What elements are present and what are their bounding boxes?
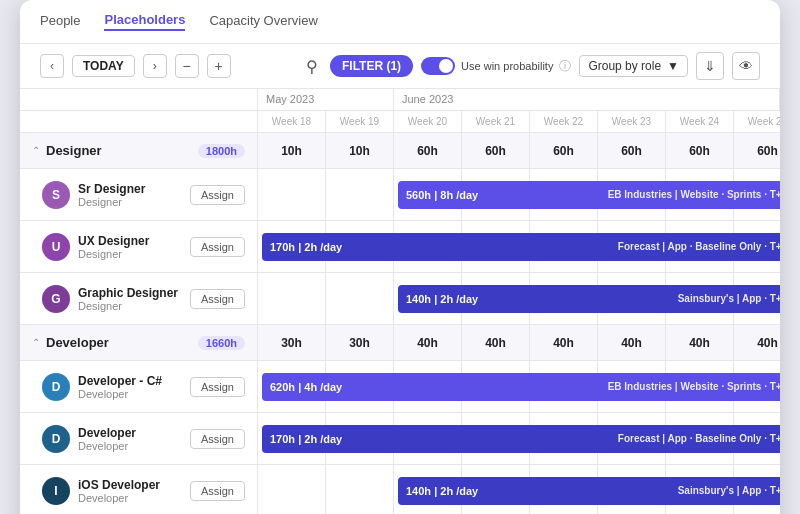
dev-week-19-hours: 30h [326, 325, 394, 360]
gantt-cells-graphic-designer: 140h | 2h /day Sainsbury's | App · T+M [258, 273, 780, 324]
person-ios-developer: I iOS Developer Developer Assign [20, 465, 257, 514]
tab-placeholders[interactable]: Placeholders [104, 12, 185, 31]
avatar-dev-csharp: D [42, 373, 70, 401]
next-btn[interactable]: › [143, 54, 167, 78]
app-container: People Placeholders Capacity Overview ‹ … [20, 0, 780, 514]
toggle-label: Use win probability [461, 60, 553, 72]
eye-icon-btn[interactable]: 👁 [732, 52, 760, 80]
role-developer: Developer [78, 440, 182, 452]
gantt-cells-ios-developer: 140h | 2h /day Sainsbury's | App · T+M [258, 465, 780, 514]
bar-ios-developer[interactable]: 140h | 2h /day Sainsbury's | App · T+M [398, 477, 780, 505]
month-june: June 2023 [394, 89, 780, 110]
dev-week-25-hours: 40h [734, 325, 780, 360]
group-developer-hours: 1660h [198, 336, 245, 350]
week-19: Week 19 [326, 111, 394, 132]
name-ux-designer: UX Designer [78, 234, 182, 248]
gantt-cells-ux-designer: 170h | 2h /day Forecast | App · Baseline… [258, 221, 780, 272]
dev-week-22-hours: 40h [530, 325, 598, 360]
filter-button[interactable]: FILTER (1) [330, 55, 413, 77]
gantt-cells-sr-designer: 560h | 8h /day EB Industries | Website ·… [258, 169, 780, 220]
week-22: Week 22 [530, 111, 598, 132]
zoom-in-btn[interactable]: + [207, 54, 231, 78]
name-developer: Developer [78, 426, 182, 440]
person-dev-csharp: D Developer - C# Developer Assign [20, 361, 257, 413]
assign-graphic-designer[interactable]: Assign [190, 289, 245, 309]
week-21: Week 21 [462, 111, 530, 132]
group-designer-chevron[interactable]: ⌃ [32, 145, 40, 156]
group-developer-chevron[interactable]: ⌃ [32, 337, 40, 348]
designer-week-24-hours: 60h [666, 133, 734, 168]
week-18: Week 18 [258, 111, 326, 132]
left-panel: ⌃ Designer 1800h S Sr Designer Designer … [20, 89, 258, 514]
bar-ux-designer[interactable]: 170h | 2h /day Forecast | App · Baseline… [262, 233, 780, 261]
week-24: Week 24 [666, 111, 734, 132]
person-graphic-designer: G Graphic Designer Designer Assign [20, 273, 257, 325]
gantt-cells-dev-csharp: 620h | 4h /day EB Industries | Website ·… [258, 361, 780, 412]
win-probability-toggle-wrap: Use win probability ⓘ [421, 57, 571, 75]
month-may: May 2023 [258, 89, 394, 110]
tab-people[interactable]: People [40, 13, 80, 30]
group-by-select[interactable]: Group by role ▼ [579, 55, 688, 77]
prev-btn[interactable]: ‹ [40, 54, 64, 78]
designer-week-19-hours: 10h [326, 133, 394, 168]
group-developer-header: ⌃ Developer 1660h [20, 325, 257, 361]
assign-ux-designer[interactable]: Assign [190, 237, 245, 257]
group-developer-name: Developer [46, 335, 192, 350]
zoom-out-btn[interactable]: − [175, 54, 199, 78]
today-button[interactable]: TODAY [72, 55, 135, 77]
assign-ios-developer[interactable]: Assign [190, 481, 245, 501]
avatar-graphic-designer: G [42, 285, 70, 313]
group-by-label: Group by role [588, 59, 661, 73]
designer-week-25-hours: 60h [734, 133, 780, 168]
designer-week-23-hours: 60h [598, 133, 666, 168]
win-probability-toggle[interactable] [421, 57, 455, 75]
toolbar: ‹ TODAY › − + ⚲ FILTER (1) Use win proba… [20, 44, 780, 89]
assign-sr-designer[interactable]: Assign [190, 185, 245, 205]
dev-week-23-hours: 40h [598, 325, 666, 360]
person-developer: D Developer Developer Assign [20, 413, 257, 465]
dev-week-21-hours: 40h [462, 325, 530, 360]
gantt-graphic-designer: 140h | 2h /day Sainsbury's | App · T+M [258, 273, 780, 325]
designer-week-22-hours: 60h [530, 133, 598, 168]
download-icon-btn[interactable]: ⇓ [696, 52, 724, 80]
gantt-dev-csharp: 620h | 4h /day EB Industries | Website ·… [258, 361, 780, 413]
dev-week-24-hours: 40h [666, 325, 734, 360]
role-ux-designer: Designer [78, 248, 182, 260]
month-header: May 2023 June 2023 [258, 89, 780, 111]
gantt-ux-designer: 170h | 2h /day Forecast | App · Baseline… [258, 221, 780, 273]
week-25: Week 25 [734, 111, 780, 132]
toggle-info-icon[interactable]: ⓘ [559, 58, 571, 75]
right-panel: May 2023 June 2023 Week 18 Week 19 Week … [258, 89, 780, 514]
week-header: Week 18 Week 19 Week 20 Week 21 Week 22 … [258, 111, 780, 133]
chevron-down-icon: ▼ [667, 59, 679, 73]
person-sr-designer: S Sr Designer Designer Assign [20, 169, 257, 221]
gantt-developer: 170h | 2h /day Forecast | App · Baseline… [258, 413, 780, 465]
name-graphic-designer: Graphic Designer [78, 286, 182, 300]
person-ux-designer: U UX Designer Designer Assign [20, 221, 257, 273]
assign-dev-csharp[interactable]: Assign [190, 377, 245, 397]
group-designer-name: Designer [46, 143, 192, 158]
name-sr-designer: Sr Designer [78, 182, 182, 196]
dev-week-20-hours: 40h [394, 325, 462, 360]
assign-developer[interactable]: Assign [190, 429, 245, 449]
gantt-cells-developer: 170h | 2h /day Forecast | App · Baseline… [258, 413, 780, 464]
role-sr-designer: Designer [78, 196, 182, 208]
bar-dev-csharp[interactable]: 620h | 4h /day EB Industries | Website ·… [262, 373, 780, 401]
designer-week-21-hours: 60h [462, 133, 530, 168]
group-designer-header: ⌃ Designer 1800h [20, 133, 257, 169]
role-ios-developer: Developer [78, 492, 182, 504]
bar-sr-designer[interactable]: 560h | 8h /day EB Industries | Website ·… [398, 181, 780, 209]
designer-group-hours-row: 10h 10h 60h 60h 60h 60h 60h 60h [258, 133, 780, 169]
tab-capacity[interactable]: Capacity Overview [209, 13, 317, 30]
search-button[interactable]: ⚲ [302, 53, 322, 80]
designer-week-20-hours: 60h [394, 133, 462, 168]
name-ios-developer: iOS Developer [78, 478, 182, 492]
tab-bar: People Placeholders Capacity Overview [20, 0, 780, 44]
week-20: Week 20 [394, 111, 462, 132]
gantt-sr-designer: 560h | 8h /day EB Industries | Website ·… [258, 169, 780, 221]
avatar-developer: D [42, 425, 70, 453]
role-graphic-designer: Designer [78, 300, 182, 312]
gantt-ios-developer: 140h | 2h /day Sainsbury's | App · T+M [258, 465, 780, 514]
bar-developer[interactable]: 170h | 2h /day Forecast | App · Baseline… [262, 425, 780, 453]
bar-graphic-designer[interactable]: 140h | 2h /day Sainsbury's | App · T+M [398, 285, 780, 313]
